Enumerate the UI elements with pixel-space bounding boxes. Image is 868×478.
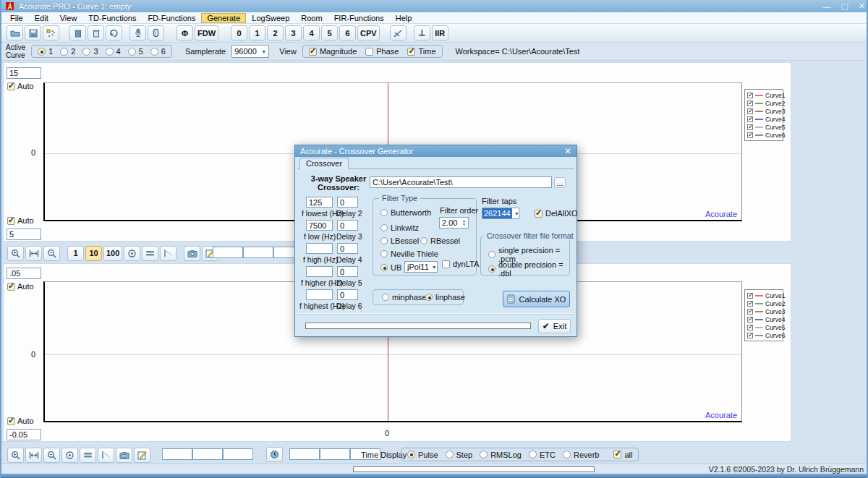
bt-edit-button[interactable] — [134, 448, 150, 463]
bt-readout-1[interactable] — [162, 448, 192, 460]
mid-zoom-out-button[interactable] — [43, 246, 60, 261]
curve5-visible-checkbox[interactable] — [747, 325, 753, 330]
mid-readout-1[interactable] — [213, 247, 243, 258]
menu-fir-functions[interactable]: FIR-Functions — [328, 13, 390, 23]
delay4-input[interactable] — [337, 243, 358, 254]
delete-curve-button[interactable] — [69, 25, 86, 40]
clip-button[interactable] — [148, 25, 164, 40]
curve-radio-4[interactable] — [106, 48, 114, 56]
neville-thiele-radio[interactable] — [380, 250, 388, 257]
bt-zoom-in-button[interactable] — [7, 448, 24, 463]
delay3-input[interactable] — [337, 220, 358, 231]
menu-edit[interactable]: Edit — [29, 13, 54, 23]
mid-zoom-in-button[interactable] — [7, 246, 24, 261]
rbessel-radio[interactable] — [420, 237, 427, 244]
crossover-path-input[interactable] — [370, 176, 552, 188]
mid-spectrum-button[interactable] — [160, 246, 176, 261]
ub-radio[interactable] — [380, 264, 388, 271]
etc-radio[interactable] — [529, 451, 537, 458]
rmslog-radio[interactable] — [480, 451, 488, 458]
magnitude-checkbox[interactable] — [309, 48, 317, 56]
top-auto-upper-checkbox[interactable] — [7, 82, 15, 90]
samplerate-select[interactable]: 96000 ▼ — [231, 45, 269, 58]
pulse-radio[interactable] — [407, 451, 415, 458]
fdw-button[interactable]: FDW — [195, 25, 218, 40]
curve6-visible-checkbox[interactable] — [747, 132, 753, 138]
linkwitz-radio[interactable] — [380, 224, 388, 231]
curve-4-button[interactable]: 4 — [303, 25, 320, 40]
bt-cursor-button[interactable] — [61, 448, 78, 463]
mid-flatten-button[interactable] — [142, 246, 158, 261]
top-ymin-input[interactable] — [7, 229, 41, 240]
mid-snapshot-button[interactable] — [184, 246, 200, 261]
bt-zoom-out-button[interactable] — [43, 448, 60, 463]
bt-clock-button[interactable] — [266, 447, 283, 462]
minphase-radio[interactable] — [382, 294, 389, 301]
mid-zoom-10-button[interactable]: 10 — [85, 246, 102, 261]
f-lowest-input[interactable] — [306, 197, 333, 208]
curve1-visible-checkbox[interactable] — [747, 293, 753, 299]
single-precision-radio[interactable] — [488, 251, 495, 258]
ub-type-select[interactable]: jPol11 ▼ — [404, 261, 438, 273]
step-radio[interactable] — [446, 451, 454, 458]
bt-readout-4[interactable] — [289, 448, 320, 460]
save-button[interactable] — [25, 25, 41, 40]
curve-2-button[interactable]: 2 — [267, 25, 284, 40]
curve3-visible-checkbox[interactable] — [747, 108, 753, 114]
microphone-button[interactable] — [129, 25, 146, 40]
menu-td-functions[interactable]: TD-Functions — [82, 13, 142, 23]
curve-6-button[interactable]: 6 — [339, 25, 356, 40]
f-high-input[interactable] — [306, 243, 333, 254]
browse-button[interactable]: ... — [554, 177, 566, 188]
exit-button[interactable]: ✔ Exit — [538, 319, 571, 333]
curve4-visible-checkbox[interactable] — [747, 116, 753, 122]
menu-generate[interactable]: Generate — [201, 13, 246, 23]
delay5-input[interactable] — [337, 266, 358, 277]
spinner-down-icon[interactable]: ▼ — [462, 223, 466, 226]
double-precision-radio[interactable] — [488, 265, 495, 273]
bt-readout-3[interactable] — [223, 448, 253, 460]
menu-logsweep[interactable]: LogSweep — [246, 13, 295, 23]
mid-fit-width-button[interactable] — [25, 246, 42, 261]
mid-zoom-100-button[interactable]: 100 — [103, 246, 122, 261]
curve6-visible-checkbox[interactable] — [747, 333, 753, 338]
curve5-visible-checkbox[interactable] — [747, 124, 753, 130]
curve-radio-3[interactable] — [82, 48, 90, 56]
menu-file[interactable]: File — [4, 13, 29, 23]
mid-readout-2[interactable] — [243, 247, 273, 258]
bt-fit-width-button[interactable] — [25, 448, 42, 463]
time-checkbox[interactable] — [407, 48, 415, 56]
bottom-ymax-input[interactable] — [7, 268, 41, 279]
menu-help[interactable]: Help — [390, 13, 418, 23]
bt-readout-5[interactable] — [320, 448, 350, 460]
filter-order-spinner[interactable]: 2.00 ▲ ▼ — [439, 217, 469, 229]
f-higher-input[interactable] — [306, 266, 333, 277]
bottom-auto-lower-checkbox[interactable] — [7, 417, 15, 425]
filter-taps-select[interactable]: 262144 ▼ — [482, 208, 519, 219]
dialog-title-bar[interactable]: Acourate - Crossover Generator ✕ — [295, 145, 576, 157]
f-low-input[interactable] — [306, 220, 333, 231]
curve2-visible-checkbox[interactable] — [747, 101, 753, 106]
top-ymax-input[interactable] — [7, 67, 41, 79]
undo-button[interactable] — [106, 25, 122, 40]
menu-room[interactable]: Room — [295, 13, 328, 23]
minimize-button[interactable]: — — [822, 2, 830, 11]
delay2-input[interactable] — [337, 197, 358, 208]
curve3-visible-checkbox[interactable] — [747, 309, 753, 315]
dialog-close-icon[interactable]: ✕ — [564, 146, 571, 156]
curve-0-button[interactable]: 0 — [231, 25, 247, 40]
curve-manager-button[interactable] — [43, 25, 59, 40]
maximize-button[interactable]: ▢ — [841, 1, 848, 11]
calculate-xo-button[interactable]: Calculate XO — [503, 291, 570, 307]
tab-crossover[interactable]: Crossover — [299, 158, 349, 169]
bt-readout-2[interactable] — [192, 448, 223, 460]
reverb-radio[interactable] — [563, 451, 571, 458]
mid-cursor-button[interactable] — [124, 246, 140, 261]
curve-1-button[interactable]: 1 — [249, 25, 265, 40]
open-folder-button[interactable] — [7, 25, 23, 40]
delay6-input[interactable] — [337, 289, 358, 300]
curve2-visible-checkbox[interactable] — [747, 301, 753, 307]
linphase-radio[interactable] — [425, 294, 433, 301]
all-checkbox[interactable] — [613, 451, 621, 458]
f-highest-input[interactable] — [306, 289, 333, 300]
